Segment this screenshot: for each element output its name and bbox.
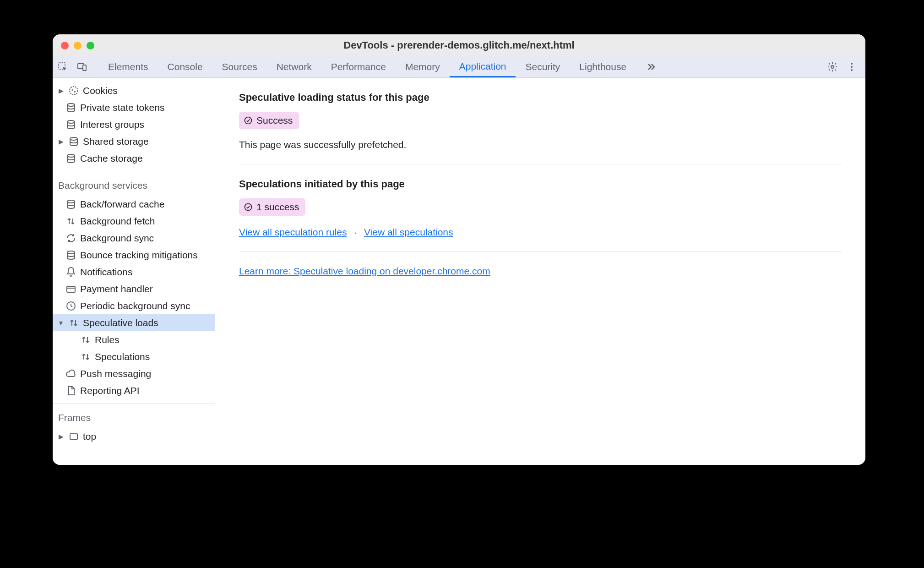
sidebar-item-speculative-loads[interactable]: ▼Speculative loads xyxy=(53,314,215,331)
learn-more-link[interactable]: Learn more: Speculative loading on devel… xyxy=(239,266,490,276)
sidebar-item-label: Back/forward cache xyxy=(80,199,164,210)
sidebar-item-interest-groups[interactable]: Interest groups xyxy=(53,116,215,133)
sidebar-item-back-forward-cache[interactable]: Back/forward cache xyxy=(53,196,215,213)
more-icon[interactable] xyxy=(846,61,857,72)
svg-point-4 xyxy=(851,63,853,65)
db-icon xyxy=(65,102,76,113)
sidebar-item-bounce-tracking-mitigations[interactable]: Bounce tracking mitigations xyxy=(53,246,215,263)
sidebar-item-notifications[interactable]: Notifications xyxy=(53,263,215,280)
svg-rect-19 xyxy=(70,434,77,439)
sidebar-item-reporting-api[interactable]: Reporting API xyxy=(53,382,215,399)
content-area: ▶CookiesPrivate state tokensInterest gro… xyxy=(53,78,865,465)
tab-console[interactable]: Console xyxy=(158,56,212,77)
sidebar-item-shared-storage[interactable]: ▶Shared storage xyxy=(53,133,215,150)
status-text: This page was successfully prefetched. xyxy=(239,139,842,150)
inspect-icon[interactable] xyxy=(57,61,68,72)
svg-point-15 xyxy=(67,251,75,254)
card-icon xyxy=(65,284,76,295)
device-toggle-icon[interactable] xyxy=(76,61,87,72)
tabs-overflow-button[interactable] xyxy=(636,56,666,77)
svg-point-11 xyxy=(67,120,75,123)
sidebar-item-cache-storage[interactable]: Cache storage xyxy=(53,150,215,167)
sidebar-item-push-messaging[interactable]: Push messaging xyxy=(53,365,215,382)
close-window-button[interactable] xyxy=(61,42,69,49)
tabbar: Elements Console Sources Network Perform… xyxy=(53,56,865,78)
sidebar-item-speculations[interactable]: Speculations xyxy=(53,348,215,365)
sidebar-item-rules[interactable]: Rules xyxy=(53,331,215,348)
tab-sources[interactable]: Sources xyxy=(212,56,267,77)
svg-point-12 xyxy=(70,137,77,140)
maximize-window-button[interactable] xyxy=(87,42,94,49)
sidebar-item-label: Private state tokens xyxy=(80,102,164,113)
sidebar-item-top[interactable]: ▶top xyxy=(53,428,215,445)
speculations-badge-label: 1 success xyxy=(256,202,299,213)
sync-icon xyxy=(65,233,76,244)
clock-icon xyxy=(65,300,76,311)
check-circle-icon xyxy=(244,202,253,212)
speculations-heading: Speculations initiated by this page xyxy=(239,178,842,190)
updown-icon xyxy=(65,216,76,227)
svg-rect-2 xyxy=(83,65,86,71)
sidebar-header-bg: Background services xyxy=(53,175,215,196)
minimize-window-button[interactable] xyxy=(74,42,82,49)
sidebar-item-label: Payment handler xyxy=(80,284,153,295)
status-badge: Success xyxy=(239,112,299,129)
traffic-lights xyxy=(61,42,94,49)
sidebar-header-frames: Frames xyxy=(53,408,215,428)
svg-point-13 xyxy=(67,154,75,157)
tab-security[interactable]: Security xyxy=(516,56,570,77)
db-icon xyxy=(65,153,76,164)
separator: · xyxy=(354,227,357,237)
doc-icon xyxy=(65,385,76,396)
bell-icon xyxy=(65,267,76,278)
cookie-icon xyxy=(68,85,79,96)
cloud-icon xyxy=(65,368,76,379)
sidebar-item-label: Reporting API xyxy=(80,385,140,396)
tabs-list: Elements Console Sources Network Perform… xyxy=(98,56,827,77)
svg-point-10 xyxy=(67,104,75,106)
svg-point-20 xyxy=(245,117,252,124)
db-icon xyxy=(68,136,79,147)
sidebar-item-label: Background sync xyxy=(80,233,154,244)
sidebar-item-label: top xyxy=(83,431,96,442)
sidebar-item-label: Speculative loads xyxy=(83,317,158,328)
view-rules-link[interactable]: View all speculation rules xyxy=(239,227,347,237)
tab-lighthouse[interactable]: Lighthouse xyxy=(570,56,636,77)
sidebar-item-label: Shared storage xyxy=(83,136,149,147)
tab-elements[interactable]: Elements xyxy=(98,56,158,77)
view-speculations-link[interactable]: View all speculations xyxy=(364,227,453,237)
tab-memory[interactable]: Memory xyxy=(396,56,450,77)
titlebar: DevTools - prerender-demos.glitch.me/nex… xyxy=(53,34,865,56)
sidebar-item-label: Notifications xyxy=(80,267,132,278)
status-badge-label: Success xyxy=(256,115,293,126)
sidebar-item-private-state-tokens[interactable]: Private state tokens xyxy=(53,99,215,116)
svg-point-14 xyxy=(67,200,75,203)
frame-icon xyxy=(68,431,79,442)
sidebar-item-label: Push messaging xyxy=(80,368,151,379)
devtools-window: DevTools - prerender-demos.glitch.me/nex… xyxy=(53,34,865,465)
sidebar-item-label: Bounce tracking mitigations xyxy=(80,250,198,261)
window-title: DevTools - prerender-demos.glitch.me/nex… xyxy=(343,39,574,51)
updown-icon xyxy=(80,334,91,345)
sidebar-item-background-sync[interactable]: Background sync xyxy=(53,229,215,246)
svg-point-21 xyxy=(245,204,252,211)
sidebar-item-label: Background fetch xyxy=(80,216,155,227)
status-heading: Speculative loading status for this page xyxy=(239,92,842,104)
sidebar-item-label: Rules xyxy=(95,334,120,345)
expand-arrow-icon: ▶ xyxy=(57,138,65,145)
tab-performance[interactable]: Performance xyxy=(321,56,396,77)
tab-network[interactable]: Network xyxy=(267,56,321,77)
main-panel: Speculative loading status for this page… xyxy=(215,78,865,465)
sidebar-item-background-fetch[interactable]: Background fetch xyxy=(53,213,215,229)
sidebar-item-label: Speculations xyxy=(95,351,150,362)
check-circle-icon xyxy=(244,116,253,125)
sidebar-item-cookies[interactable]: ▶Cookies xyxy=(53,82,215,99)
svg-point-7 xyxy=(70,87,78,95)
sidebar-item-periodic-background-sync[interactable]: Periodic background sync xyxy=(53,297,215,314)
sidebar-item-payment-handler[interactable]: Payment handler xyxy=(53,280,215,297)
updown-icon xyxy=(68,317,79,328)
sidebar-item-label: Interest groups xyxy=(80,119,144,130)
settings-icon[interactable] xyxy=(827,61,838,72)
svg-point-9 xyxy=(74,91,75,92)
tab-application[interactable]: Application xyxy=(450,56,516,77)
